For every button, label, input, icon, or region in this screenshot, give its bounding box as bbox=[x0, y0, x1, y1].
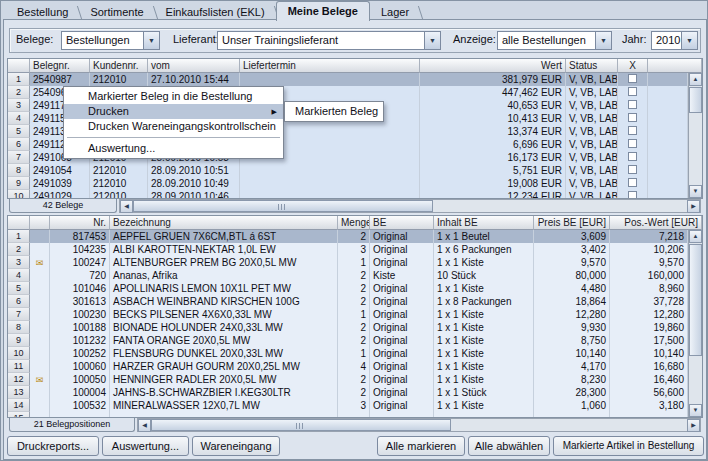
column-header-gutter bbox=[8, 216, 30, 230]
beleg-checkbox[interactable] bbox=[628, 139, 637, 148]
beleg-checkbox[interactable] bbox=[628, 178, 637, 187]
column-header-vom[interactable]: vom bbox=[148, 59, 240, 73]
anzeige-select[interactable]: alle Bestellungen ▼ bbox=[497, 31, 612, 50]
scroll-down-icon[interactable]: ▼ bbox=[689, 404, 702, 417]
beleg-checkbox[interactable] bbox=[628, 74, 637, 83]
beleg-checkbox[interactable] bbox=[628, 87, 637, 96]
belege-select[interactable]: Bestellungen ▼ bbox=[61, 31, 160, 50]
column-header-pos-wert[interactable]: Pos.-Wert [EUR] bbox=[610, 216, 702, 230]
position-row[interactable]: 13100004JAHNS-B.SCHWARZBIER I.KEG30LTR2O… bbox=[8, 386, 702, 399]
scroll-left-icon[interactable]: ◀ bbox=[138, 419, 151, 432]
alle-markieren-button[interactable]: Alle markieren bbox=[377, 436, 465, 456]
menu-separator bbox=[67, 137, 280, 138]
beleg-row[interactable]: 10249102921201028.09.2010 10:4612,234 EU… bbox=[8, 190, 702, 198]
auswertung-button[interactable]: Auswertung... bbox=[102, 436, 189, 456]
beleg-row[interactable]: 8249105421201028.09.2010 10:515,751 EURV… bbox=[8, 164, 702, 177]
position-row[interactable]: 6301613ASBACH WEINBRAND KIRSCHEN 100G2Or… bbox=[8, 295, 702, 308]
anzeige-select-value: alle Bestellungen bbox=[497, 31, 595, 50]
position-row[interactable]: 15 bbox=[8, 412, 702, 417]
positionen-vertical-scrollbar[interactable]: ▲ ▼ bbox=[688, 230, 702, 417]
markierte-artikel-in-bestellung-button[interactable]: Markierte Artikel in Bestellung bbox=[553, 436, 704, 456]
menu-item[interactable]: Auswertung... bbox=[64, 141, 283, 156]
context-menu: Markierter Beleg in die BestellungDrucke… bbox=[63, 86, 284, 159]
menu-item[interactable]: Drucken▶ bbox=[64, 104, 283, 119]
scroll-up-icon[interactable]: ▲ bbox=[689, 230, 702, 243]
column-header-nr[interactable]: Nr. bbox=[50, 216, 110, 230]
menu-item[interactable]: Markierter Beleg in die Bestellung bbox=[64, 89, 283, 104]
lieferant-select[interactable]: Unser Trainingslieferant ▼ bbox=[217, 31, 441, 50]
wareneingang-button[interactable]: Wareneingang bbox=[192, 436, 280, 456]
beleg-checkbox[interactable] bbox=[628, 100, 637, 109]
scrollbar-thumb[interactable] bbox=[151, 419, 451, 431]
tab-bestellung[interactable]: Bestellung bbox=[6, 3, 79, 20]
alle-abwaehlen-button[interactable]: Alle abwählen bbox=[468, 436, 550, 456]
tab-meine-belege[interactable]: Meine Belege bbox=[276, 1, 370, 21]
anzeige-label: Anzeige: bbox=[453, 33, 496, 45]
column-header-inhalt-be[interactable]: Inhalt BE bbox=[434, 216, 534, 230]
position-row[interactable]: 7100230BECKS PILSENER 4X6X0,33L MW1Origi… bbox=[8, 308, 702, 321]
position-row[interactable]: 10100252FLENSBURG DUNKEL 20X0,33L MW1Ori… bbox=[8, 347, 702, 360]
envelope-icon: ✉ bbox=[36, 258, 44, 268]
positionen-horizontal-scrollbar[interactable]: ◀ ▶ bbox=[137, 418, 701, 432]
position-row[interactable]: 8100188BIONADE HOLUNDER 24X0,33L MW2Orig… bbox=[8, 321, 702, 334]
position-row[interactable]: 11100060HARZER GRAUH GOURM 20X0,25L MW4O… bbox=[8, 360, 702, 373]
belege-horizontal-scrollbar[interactable]: ◀ ▶ bbox=[119, 199, 701, 213]
position-row[interactable]: 2104235ALBI KAROTTEN-NEKTAR 1,0L EW3Orig… bbox=[8, 243, 702, 256]
column-header-liefertermin[interactable]: Liefertermin bbox=[240, 59, 420, 73]
menu-item[interactable]: Drucken Wareneingangskontrollschein bbox=[64, 119, 283, 134]
menu-item[interactable]: Markierten Beleg bbox=[285, 104, 383, 119]
thumb-grip-icon bbox=[278, 204, 287, 210]
scrollbar-thumb[interactable] bbox=[689, 87, 702, 113]
tab-einkaufslisten-ekl-[interactable]: Einkaufslisten (EKL) bbox=[155, 3, 276, 20]
position-row[interactable]: 1817453AEPFEL GRUEN 7X6CM,BTL á 6ST2Orig… bbox=[8, 230, 702, 243]
beleg-row[interactable]: 9249103921201028.09.2010 10:4919,008 EUR… bbox=[8, 177, 702, 190]
belege-vertical-scrollbar[interactable]: ▲ ▼ bbox=[688, 73, 702, 198]
lieferant-label: Lieferant: bbox=[173, 33, 219, 45]
column-header-x[interactable]: X bbox=[618, 59, 648, 73]
belege-count-tab: 42 Belege bbox=[9, 199, 117, 213]
positionen-table: Nr. Bezeichnung Menge BE Inhalt BE Preis… bbox=[7, 215, 703, 418]
chevron-down-icon[interactable]: ▼ bbox=[595, 31, 612, 50]
column-header-preis-be[interactable]: Preis BE [EUR] bbox=[534, 216, 610, 230]
beleg-checkbox[interactable] bbox=[628, 113, 637, 122]
position-row[interactable]: 4720Ananas, Afrika2Kiste10 Stück80,00016… bbox=[8, 269, 702, 282]
tab-sortimente[interactable]: Sortimente bbox=[79, 3, 154, 20]
druckreports-button[interactable]: Druckreports... bbox=[7, 436, 99, 456]
position-row[interactable]: 3✉100247ALTENBURGER PREM BG 20X0,5L MW1O… bbox=[8, 256, 702, 269]
beleg-checkbox[interactable] bbox=[628, 165, 637, 174]
positionen-table-header: Nr. Bezeichnung Menge BE Inhalt BE Preis… bbox=[8, 216, 702, 230]
chevron-down-icon[interactable]: ▼ bbox=[143, 31, 160, 50]
jahr-select[interactable]: 2010 ▼ bbox=[651, 31, 698, 50]
positionen-table-body: 1817453AEPFEL GRUEN 7X6CM,BTL á 6ST2Orig… bbox=[8, 230, 702, 417]
tab-bar: BestellungSortimenteEinkaufslisten (EKL)… bbox=[6, 2, 420, 20]
column-header-be[interactable]: BE bbox=[370, 216, 434, 230]
scrollbar-thumb[interactable] bbox=[133, 200, 433, 212]
context-submenu: Markierten Beleg bbox=[284, 101, 384, 122]
column-header-kundennr[interactable]: Kundennr. bbox=[90, 59, 148, 73]
beleg-checkbox[interactable] bbox=[628, 126, 637, 135]
position-row[interactable]: 14100532MINERALWASSER 12X0,7L MW3Origina… bbox=[8, 399, 702, 412]
tab-lager[interactable]: Lager bbox=[370, 3, 420, 20]
beleg-checkbox[interactable] bbox=[628, 152, 637, 161]
column-header-filler bbox=[648, 59, 702, 73]
column-header-wert[interactable]: Wert bbox=[420, 59, 566, 73]
scroll-right-icon[interactable]: ▶ bbox=[687, 200, 700, 213]
jahr-select-value: 2010 bbox=[651, 31, 681, 50]
column-header-status[interactable]: Status bbox=[566, 59, 618, 73]
chevron-down-icon[interactable]: ▼ bbox=[681, 31, 698, 50]
column-header-belegnr[interactable]: Belegnr. bbox=[30, 59, 90, 73]
column-header-bezeichnung[interactable]: Bezeichnung bbox=[110, 216, 338, 230]
position-row[interactable]: 9101232FANTA ORANGE 20X0,5L MW2Original1… bbox=[8, 334, 702, 347]
scroll-down-icon[interactable]: ▼ bbox=[689, 185, 702, 198]
position-row[interactable]: 12✉100050HENNINGER RADLER 20X0,5L MW2Ori… bbox=[8, 373, 702, 386]
scroll-up-icon[interactable]: ▲ bbox=[689, 73, 702, 86]
beleg-checkbox[interactable] bbox=[628, 191, 637, 198]
chevron-down-icon[interactable]: ▼ bbox=[424, 31, 441, 50]
beleg-row[interactable]: 1254098721201027.10.2010 15:44381,979 EU… bbox=[8, 73, 702, 86]
scroll-right-icon[interactable]: ▶ bbox=[687, 419, 700, 432]
position-row[interactable]: 5101046APOLLINARIS LEMON 10X1L PET MW2Or… bbox=[8, 282, 702, 295]
positionen-count-tab: 21 Belegpositionen bbox=[9, 418, 135, 432]
column-header-menge[interactable]: Menge bbox=[338, 216, 370, 230]
scrollbar-thumb[interactable] bbox=[689, 244, 702, 356]
scroll-left-icon[interactable]: ◀ bbox=[120, 200, 133, 213]
